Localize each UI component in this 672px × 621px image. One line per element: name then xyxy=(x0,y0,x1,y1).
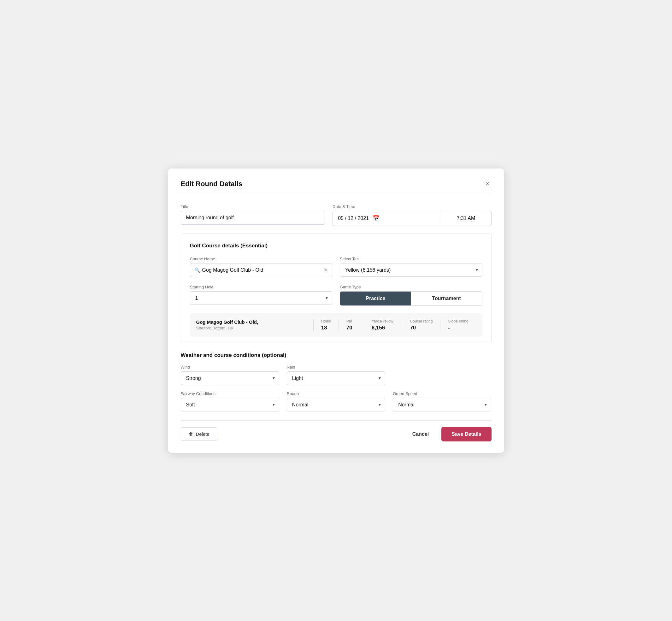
cancel-button[interactable]: Cancel xyxy=(407,427,434,441)
hole-gametype-row: Starting Hole 1234 5678 910 ▾ Game Type … xyxy=(190,285,482,306)
rain-label: Rain xyxy=(287,365,385,370)
yards-stat: Yards(Yellow) 6,156 xyxy=(364,319,402,331)
yards-label: Yards(Yellow) xyxy=(372,319,395,323)
slope-rating-stat: Slope rating - xyxy=(440,319,476,331)
yards-value: 6,156 xyxy=(372,325,385,331)
green-speed-select-wrapper: SlowNormalFast ▾ xyxy=(393,398,491,411)
save-button[interactable]: Save Details xyxy=(442,427,491,442)
rain-select-wrapper: NoneLightModerateHeavy ▾ xyxy=(287,371,385,385)
par-label: Par xyxy=(346,319,352,323)
slope-rating-label: Slope rating xyxy=(448,319,468,323)
wind-select-wrapper: NoneLightModerateStrong ▾ xyxy=(181,371,279,385)
title-group: Title xyxy=(181,204,325,226)
wind-rain-row: Wind NoneLightModerateStrong ▾ Rain None… xyxy=(181,365,492,385)
hole-select-wrapper: 1234 5678 910 ▾ xyxy=(190,291,333,305)
holes-label: Holes xyxy=(321,319,331,323)
fairway-select[interactable]: SoftNormalHardWet xyxy=(181,398,279,411)
starting-hole-select[interactable]: 1234 5678 910 xyxy=(190,291,333,305)
course-tee-row: Course Name 🔍 ✕ Select Tee Yellow (6,156… xyxy=(190,256,482,277)
tee-select[interactable]: Yellow (6,156 yards) White Red Blue xyxy=(340,263,482,277)
course-rating-stat: Course rating 70 xyxy=(402,319,440,331)
select-tee-label: Select Tee xyxy=(340,256,482,261)
green-speed-select[interactable]: SlowNormalFast xyxy=(393,398,491,411)
starting-hole-label: Starting Hole xyxy=(190,285,333,289)
delete-label: Delete xyxy=(196,431,209,437)
practice-button[interactable]: Practice xyxy=(340,292,411,305)
rain-select[interactable]: NoneLightModerateHeavy xyxy=(287,371,385,385)
wind-select[interactable]: NoneLightModerateStrong xyxy=(181,371,279,385)
edit-round-modal: Edit Round Details × Title Date & Time 0… xyxy=(168,168,504,453)
par-value: 70 xyxy=(346,325,352,331)
starting-hole-group: Starting Hole 1234 5678 910 ▾ xyxy=(190,285,333,306)
golf-course-title: Golf Course details (Essential) xyxy=(190,243,482,249)
time-box[interactable]: 7:31 AM xyxy=(441,211,492,226)
slope-rating-value: - xyxy=(448,325,450,331)
weather-section-title: Weather and course conditions (optional) xyxy=(181,352,492,359)
holes-value: 18 xyxy=(321,325,327,331)
rain-group: Rain NoneLightModerateHeavy ▾ xyxy=(287,365,385,385)
time-value: 7:31 AM xyxy=(457,215,475,221)
course-name-group: Course Name 🔍 ✕ xyxy=(190,256,333,277)
trash-icon: 🗑 xyxy=(189,431,194,437)
calendar-icon: 📅 xyxy=(373,215,380,222)
course-search-wrapper: 🔍 ✕ xyxy=(190,263,333,277)
date-time-inputs: 05 / 12 / 2021 📅 7:31 AM xyxy=(333,211,491,226)
rough-label: Rough xyxy=(287,391,385,396)
fairway-group: Fairway Conditions SoftNormalHardWet ▾ xyxy=(181,391,279,411)
modal-title: Edit Round Details xyxy=(181,180,243,188)
course-info-bar: Gog Magog Golf Club - Old, Shelford Bott… xyxy=(190,313,482,337)
date-time-group: Date & Time 05 / 12 / 2021 📅 7:31 AM xyxy=(333,204,491,226)
rough-group: Rough SoftNormalHard ▾ xyxy=(287,391,385,411)
holes-stat: Holes 18 xyxy=(313,319,339,331)
wind-group: Wind NoneLightModerateStrong ▾ xyxy=(181,365,279,385)
date-box[interactable]: 05 / 12 / 2021 📅 xyxy=(333,211,441,226)
fairway-select-wrapper: SoftNormalHardWet ▾ xyxy=(181,398,279,411)
game-type-label: Game Type xyxy=(340,285,482,289)
modal-header: Edit Round Details × xyxy=(181,180,492,194)
date-time-label: Date & Time xyxy=(333,204,491,209)
course-name-input[interactable] xyxy=(190,263,333,277)
footer-right: Cancel Save Details xyxy=(407,427,492,442)
green-speed-group: Green Speed SlowNormalFast ▾ xyxy=(393,391,491,411)
search-icon: 🔍 xyxy=(194,267,200,273)
course-location: Shelford Bottom, UK xyxy=(196,326,313,330)
select-tee-group: Select Tee Yellow (6,156 yards) White Re… xyxy=(340,256,482,277)
tournament-button[interactable]: Tournament xyxy=(411,292,482,305)
delete-button[interactable]: 🗑 Delete xyxy=(181,427,217,441)
course-name-label: Course Name xyxy=(190,256,333,261)
clear-icon[interactable]: ✕ xyxy=(324,267,328,273)
conditions-row: Fairway Conditions SoftNormalHardWet ▾ R… xyxy=(181,391,492,411)
rough-select-wrapper: SoftNormalHard ▾ xyxy=(287,398,385,411)
par-stat: Par 70 xyxy=(339,319,364,331)
modal-footer: 🗑 Delete Cancel Save Details xyxy=(181,420,492,442)
wind-label: Wind xyxy=(181,365,279,370)
course-rating-label: Course rating xyxy=(410,319,432,323)
rough-select[interactable]: SoftNormalHard xyxy=(287,398,385,411)
game-type-toggle: Practice Tournament xyxy=(340,291,482,306)
title-label: Title xyxy=(181,204,325,209)
fairway-label: Fairway Conditions xyxy=(181,391,279,396)
course-info-name-col: Gog Magog Golf Club - Old, Shelford Bott… xyxy=(196,319,313,330)
tee-select-wrapper: Yellow (6,156 yards) White Red Blue ▾ xyxy=(340,263,482,277)
close-button[interactable]: × xyxy=(484,180,492,188)
green-speed-label: Green Speed xyxy=(393,391,491,396)
weather-section: Weather and course conditions (optional)… xyxy=(181,352,492,411)
game-type-group: Game Type Practice Tournament xyxy=(340,285,482,306)
course-main-name: Gog Magog Golf Club - Old, xyxy=(196,319,313,325)
golf-course-section: Golf Course details (Essential) Course N… xyxy=(181,234,492,343)
date-value: 05 / 12 / 2021 xyxy=(338,215,369,221)
title-input[interactable] xyxy=(181,211,325,225)
title-date-row: Title Date & Time 05 / 12 / 2021 📅 7:31 … xyxy=(181,204,492,226)
course-rating-value: 70 xyxy=(410,325,416,331)
